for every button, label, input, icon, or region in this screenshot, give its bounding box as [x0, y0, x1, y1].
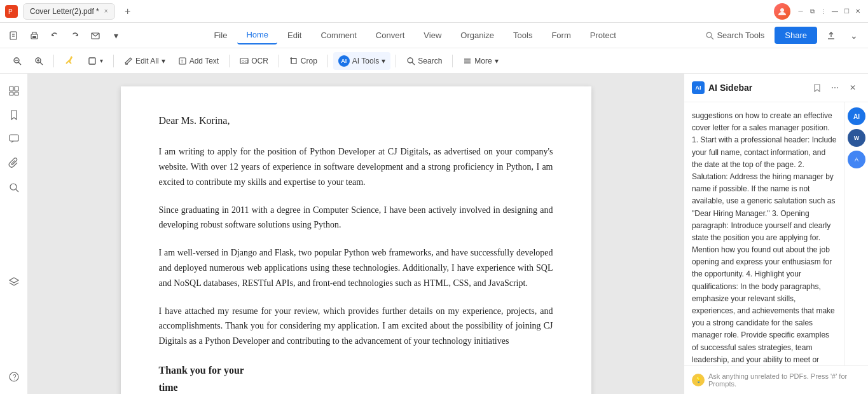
menu-bar: ▾ File Home Edit Comment Convert View Or… [0, 23, 868, 48]
svg-rect-7 [32, 36, 36, 38]
ai-content: suggestions on how to create an effectiv… [684, 102, 844, 365]
menu-tab-tools[interactable]: Tools [504, 27, 541, 44]
svg-line-39 [16, 189, 18, 192]
ai-bookmark-btn[interactable] [809, 80, 825, 95]
ai-input-placeholder[interactable]: Ask anything unrelated to PDFs. Press '#… [708, 372, 860, 388]
crop-btn[interactable]: Crop [284, 53, 322, 69]
svg-point-28 [408, 58, 413, 63]
ai-main-icon[interactable]: AI [848, 107, 865, 125]
ai-sidebar-header: AI AI Sidebar ⋯ ✕ [684, 74, 868, 102]
svg-line-10 [711, 37, 713, 39]
ai-tools-btn[interactable]: AI AI Tools ▾ [333, 52, 390, 70]
more-btn[interactable]: More ▾ [458, 53, 503, 69]
sidebar-bookmark-icon[interactable] [4, 105, 24, 125]
menu-tab-comment[interactable]: Comment [312, 27, 365, 44]
svg-rect-36 [15, 92, 18, 95]
new-tab-btn[interactable]: + [120, 4, 135, 19]
upload-icon[interactable] [822, 27, 840, 44]
left-sidebar: ? [0, 74, 28, 394]
app-icon: P [5, 5, 18, 18]
svg-text:?: ? [13, 374, 17, 381]
menu-tab-convert[interactable]: Convert [367, 27, 414, 44]
sidebar-comment-icon[interactable] [4, 130, 24, 149]
document-page: Dear Ms. Korina, I am writing to apply f… [121, 86, 591, 394]
dropdown-icon[interactable]: ▾ [107, 27, 125, 44]
sep7 [452, 55, 453, 67]
doc-para1: I am writing to apply for the position o… [159, 144, 553, 189]
sidebar-layers-icon[interactable] [4, 273, 24, 292]
undo-icon[interactable] [46, 27, 64, 44]
sidebar-attachment-icon[interactable] [4, 154, 24, 173]
zoom-out-btn[interactable] [8, 53, 27, 69]
title-bar-left: P Cover Letter(2).pdf * × + [5, 3, 774, 20]
menu-left-icons: ▾ [5, 27, 125, 44]
search-btn[interactable]: Search [401, 53, 447, 69]
sidebar-search-icon[interactable] [4, 178, 24, 197]
ai-word-icon[interactable]: W [848, 129, 865, 147]
menu-tab-home[interactable]: Home [237, 26, 277, 44]
menu-tab-protect[interactable]: Protect [581, 27, 625, 44]
menu-tab-view[interactable]: View [415, 27, 450, 44]
svg-point-2 [780, 8, 784, 12]
zoom-in-btn[interactable] [29, 53, 48, 69]
window-restore[interactable]: ⧉ [807, 6, 817, 17]
window-close-btn[interactable]: ✕ [853, 6, 863, 17]
file-menu-icon[interactable] [5, 27, 23, 44]
profile-avatar[interactable] [774, 3, 790, 20]
ai-close-btn[interactable]: ✕ [845, 80, 860, 95]
svg-rect-3 [10, 32, 17, 39]
svg-text:T: T [181, 59, 184, 64]
svg-rect-19 [89, 58, 95, 64]
redo-icon[interactable] [66, 27, 84, 44]
ai-right-icons: AI W A [844, 102, 868, 365]
ocr-btn[interactable]: OCR OCR [235, 53, 273, 69]
highlight-btn[interactable] [59, 53, 79, 69]
search-tools-btn[interactable]: Search Tools [700, 28, 769, 43]
document-tab[interactable]: Cover Letter(2).pdf * × [23, 3, 115, 20]
sep5 [327, 55, 328, 67]
edit-all-btn[interactable]: Edit All ▾ [119, 53, 170, 69]
ai-more-btn[interactable]: ⋯ [827, 80, 843, 95]
sidebar-thumbnail-icon[interactable] [4, 81, 24, 100]
svg-rect-37 [10, 135, 18, 141]
sep3 [229, 55, 230, 67]
share-button[interactable]: Share [775, 27, 817, 44]
title-bar-right: ─ ⧉ ⋮ ─ ☐ ✕ [774, 3, 863, 20]
svg-rect-35 [10, 92, 13, 95]
ai-input-badge: 💡 [692, 374, 705, 386]
document-content: Dear Ms. Korina, I am writing to apply f… [159, 112, 553, 394]
print-icon[interactable] [25, 27, 43, 44]
svg-point-38 [10, 184, 17, 190]
menu-tab-edit[interactable]: Edit [279, 27, 310, 44]
svg-line-14 [18, 62, 21, 65]
more-options-icon[interactable]: ⌄ [845, 27, 863, 44]
email-icon[interactable] [86, 27, 104, 44]
sep1 [53, 55, 54, 67]
svg-line-29 [412, 62, 415, 65]
title-bar: P Cover Letter(2).pdf * × + ─ ⧉ ⋮ ─ ☐ ✕ [0, 0, 868, 23]
ai-header-icons: ⋯ ✕ [809, 80, 860, 95]
window-maximize-btn[interactable]: ☐ [841, 6, 851, 17]
tab-title: Cover Letter(2).pdf * [30, 7, 99, 16]
ai-sidebar-body: suggestions on how to create an effectiv… [684, 102, 868, 365]
window-minimize-btn[interactable]: ─ [830, 6, 840, 17]
ai-response-text: suggestions on how to create an effectiv… [692, 110, 837, 365]
ai-translate-icon[interactable]: A [848, 151, 865, 168]
menu-tab-form[interactable]: Form [542, 27, 579, 44]
window-minimize[interactable]: ─ [796, 6, 806, 17]
toolbar: ▾ Edit All ▾ T Add Text OCR OCR Crop AI … [0, 48, 868, 74]
svg-rect-33 [10, 86, 13, 91]
menu-right: Search Tools Share ⌄ [700, 27, 863, 44]
window-more[interactable]: ⋮ [818, 6, 829, 17]
tab-close-btn[interactable]: × [104, 8, 108, 15]
sidebar-help-icon[interactable]: ? [4, 367, 24, 386]
svg-rect-34 [15, 86, 18, 91]
svg-rect-25 [291, 58, 296, 64]
doc-para2: Since graduating in 2011 with a degree i… [159, 203, 553, 233]
sep4 [279, 55, 279, 67]
add-text-btn[interactable]: T Add Text [173, 53, 224, 69]
menu-tab-file[interactable]: File [205, 27, 236, 44]
doc-greeting: Dear Ms. Korina, [159, 112, 553, 129]
shape-btn[interactable]: ▾ [82, 53, 108, 69]
menu-tab-organize[interactable]: Organize [451, 27, 503, 44]
